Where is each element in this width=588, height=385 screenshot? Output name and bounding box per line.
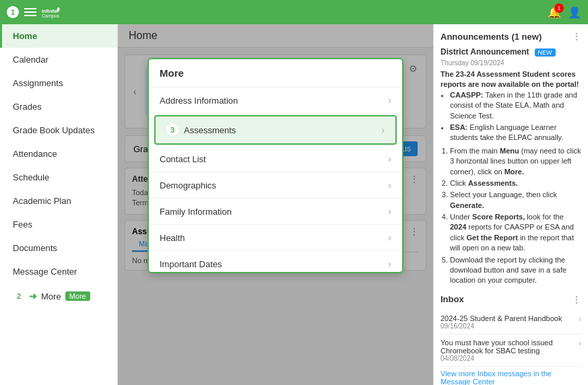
announcement-summary: The 23-24 Assessment Student scores repo… (440, 70, 579, 88)
app-container: 1 Infinite Campus 🔔 1 👤 (0, 0, 588, 385)
hamburger-line (24, 8, 36, 9)
svg-point-2 (57, 7, 59, 9)
sidebar-assignments-label: Assignments (13, 78, 63, 88)
inbox-item-2-title: You must have your school issued Chromeb… (440, 339, 579, 355)
family-label: Family Information (160, 207, 232, 217)
header-left: 1 Infinite Campus (7, 5, 61, 19)
announcements-section: Announcements (1 new) ⋮ District Announc… (440, 31, 581, 286)
sidebar-more-label: More (41, 291, 61, 302)
important-dates-label: Important Dates (160, 259, 222, 269)
more-panel: More Address Information › 3 Assessments… (148, 58, 403, 273)
sidebar-schedule-label: Schedule (13, 172, 49, 182)
announcements-more-button[interactable]: ⋮ (572, 31, 581, 42)
demographics-chevron-icon: › (388, 180, 391, 190)
step-4-text: Under Score Reports, look for the 2024 r… (450, 212, 581, 254)
sidebar-item-attendance[interactable]: Attendance (0, 142, 117, 166)
inbox-item-1-title: 2024-25 Student & Parent Handbook (440, 314, 562, 322)
user-profile-button[interactable]: 👤 (568, 6, 581, 19)
announcements-title: Announcements (1 new) (440, 32, 542, 42)
inbox-item-2[interactable]: You must have your school issued Chromeb… (440, 335, 581, 367)
more-item-family[interactable]: Family Information › (149, 199, 402, 225)
contact-chevron-icon: › (388, 153, 391, 164)
sidebar-item-documents[interactable]: Documents (0, 236, 117, 260)
esa-label: ESA: (450, 123, 467, 131)
new-badge: NEW (535, 48, 556, 57)
caaspp-label: CAASPP: (450, 91, 484, 99)
inbox-chevron-2-icon: › (579, 339, 581, 348)
sidebar-item-calendar[interactable]: Calendar (0, 48, 117, 71)
notifications-button[interactable]: 🔔 1 (548, 6, 561, 19)
more-item-demographics[interactable]: Demographics › (149, 172, 402, 199)
right-panel: Announcements (1 new) ⋮ District Announc… (433, 24, 588, 385)
announcement-title-text: District Announcement (440, 47, 529, 57)
bullet-1: CAASPP: Taken in the 11th grade and cons… (450, 90, 581, 121)
assessments-chevron-icon: › (381, 125, 385, 135)
sidebar-item-academic[interactable]: Academic Plan (0, 189, 117, 213)
notification-badge: 1 (554, 3, 564, 13)
demographics-label: Demographics (160, 180, 216, 190)
bullet-2: ESA: English Language Learner students t… (450, 123, 581, 143)
announcement-content: The 23-24 Assessment Student scores repo… (440, 69, 581, 286)
family-chevron-icon: › (388, 206, 391, 217)
sidebar-item-fees[interactable]: Fees (0, 213, 117, 236)
address-label: Address Information (160, 96, 238, 106)
step-1-indicator: 1 (7, 6, 19, 18)
inbox-item-1-date: 09/16/2024 (440, 322, 562, 330)
inbox-item-1[interactable]: 2024-25 Student & Parent Handbook 09/16/… (440, 310, 581, 335)
user-icon: 👤 (568, 7, 581, 18)
more-item-contact[interactable]: Contact List › (149, 146, 402, 172)
logo-icon: Infinite Campus (42, 5, 61, 19)
inbox-more-button[interactable]: ⋮ (572, 294, 581, 305)
sidebar-calendar-label: Calendar (13, 55, 48, 65)
sidebar-item-assignments[interactable]: Assignments (0, 71, 117, 95)
inbox-title: Inbox (440, 294, 464, 304)
sidebar-item-home[interactable]: Home (0, 24, 117, 48)
assessments-label: Assessments (184, 125, 236, 135)
step-1-text: From the main Menu (may need to click 3 … (450, 146, 581, 177)
health-chevron-icon: › (388, 232, 391, 243)
announcements-header: Announcements (1 new) ⋮ (440, 31, 581, 42)
contact-label: Contact List (160, 154, 206, 164)
header-right: 🔔 1 👤 (548, 6, 581, 19)
sidebar-item-messages[interactable]: Message Center (0, 260, 117, 283)
announcement-date: Thursday 09/19/2024 (440, 59, 581, 67)
top-header: 1 Infinite Campus 🔔 1 👤 (0, 0, 588, 24)
more-panel-title: More (149, 59, 402, 88)
sidebar-attendance-label: Attendance (13, 149, 57, 159)
sidebar-item-more[interactable]: 2 ➜ More More (0, 283, 117, 309)
address-chevron-icon: › (388, 95, 391, 106)
app-body: Home Calendar Assignments Grades Grade B… (0, 24, 588, 385)
more-item-assessments[interactable]: 3 Assessments › (154, 115, 397, 145)
more-item-important-dates[interactable]: Important Dates › (149, 251, 402, 273)
announcement-title-row: District Announcement NEW (440, 47, 581, 58)
inbox-chevron-icon: › (579, 314, 581, 324)
sidebar-grades-label: Grades (13, 102, 42, 112)
sidebar-gradebook-label: Grade Book Updates (13, 125, 94, 135)
hamburger-line (24, 15, 36, 16)
sidebar-item-schedule[interactable]: Schedule (0, 166, 117, 189)
inbox-section: Inbox ⋮ 2024-25 Student & Parent Handboo… (440, 294, 581, 385)
sidebar-item-grades[interactable]: Grades (0, 95, 117, 118)
hamburger-line (24, 11, 36, 13)
more-arrow-icon: ➜ (29, 291, 37, 302)
esa-text: English Language Learner students take t… (450, 123, 563, 141)
step-3-indicator: 3 (166, 124, 178, 136)
sidebar: Home Calendar Assignments Grades Grade B… (0, 24, 118, 385)
sidebar-home-label: Home (13, 31, 37, 41)
inbox-header: Inbox ⋮ (440, 294, 581, 305)
sidebar-item-gradebook[interactable]: Grade Book Updates (0, 118, 117, 142)
inbox-item-1-content: 2024-25 Student & Parent Handbook 09/16/… (440, 314, 562, 330)
view-more-inbox-link[interactable]: View more Inbox messages in the Message … (440, 370, 581, 385)
more-highlight-badge: More (65, 291, 90, 301)
step-5-text: Download the report by clicking the down… (450, 255, 581, 286)
logo: Infinite Campus (42, 5, 61, 19)
hamburger-button[interactable] (24, 8, 36, 16)
main-content: Home ‹ (118, 24, 433, 385)
more-item-health[interactable]: Health › (149, 225, 402, 251)
announcement-item: District Announcement NEW Thursday 09/19… (440, 47, 581, 286)
svg-text:Infinite: Infinite (42, 9, 57, 13)
sidebar-messages-label: Message Center (13, 267, 77, 277)
sidebar-documents-label: Documents (13, 243, 57, 253)
sidebar-academic-label: Academic Plan (13, 196, 71, 206)
more-item-address[interactable]: Address Information › (149, 88, 402, 114)
